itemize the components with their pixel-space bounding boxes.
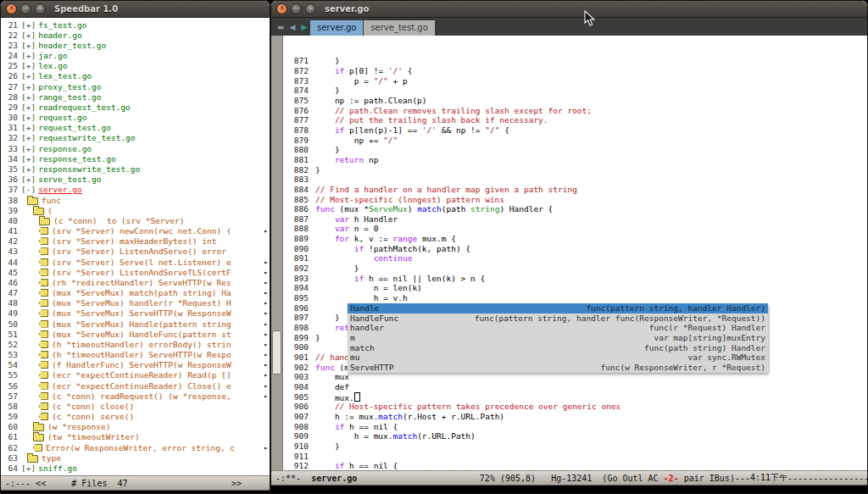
code-line[interactable]: 877 // put the trailing slash back if ne… — [283, 115, 867, 125]
minimize-button[interactable]: − — [291, 3, 302, 14]
expander-toggle[interactable]: [+] — [21, 61, 36, 70]
speedbar-file-row[interactable]: 34[+]response_test.go — [1, 153, 270, 164]
speedbar-tag-row[interactable]: 42(srv *Server) maxHeaderBytes() int — [1, 236, 270, 247]
code-line[interactable]: 876 // path.Clean removes trailing slash… — [283, 106, 867, 116]
code-area[interactable]: 871 }872 if p[0] != '/' {873 p = "/" + p… — [283, 36, 867, 470]
expander-toggle[interactable]: [+] — [21, 51, 36, 60]
tag-label[interactable]: (c *conn) serve() — [52, 412, 134, 421]
tag-group-label[interactable]: ( — [47, 206, 53, 215]
tag-label[interactable]: (ecr *expectContinueReader) Read(p [] — [52, 370, 231, 380]
minimize-button[interactable]: − — [20, 3, 31, 14]
code-line[interactable]: 873 p = "/" + p — [283, 76, 867, 86]
code-line[interactable]: 881 return np — [283, 155, 867, 165]
tag-group-label[interactable]: (c *conn) to (srv *Server) — [53, 216, 184, 225]
tag-label[interactable]: (mux *ServeMux) handler(r *Request) H — [52, 298, 231, 308]
speedbar-file-row[interactable]: 28[+]range_test.go — [1, 92, 270, 102]
autocomplete-item[interactable]: mvar map[string]muxEntry — [348, 333, 768, 343]
speedbar-tag-row[interactable]: 38func — [1, 195, 270, 205]
code-line[interactable]: 891 continue — [283, 253, 867, 264]
speedbar-tag-row[interactable]: 59(c *conn) serve() — [1, 412, 270, 422]
speedbar-file-row[interactable]: 33[+]response.go — [1, 143, 270, 153]
speedbar-tag-row[interactable]: 40(c *conn) to (srv *Server) — [1, 215, 270, 225]
code-line[interactable]: 878 if p[len(p)-1] == '/' && np != "/" { — [283, 125, 867, 136]
tag-label[interactable]: (srv *Server) Serve(l net.Listener) e — [52, 258, 231, 267]
code-line[interactable]: 894 n = len(k) — [283, 283, 867, 293]
file-name[interactable]: response.go — [38, 144, 92, 153]
code-line[interactable]: 892 } — [283, 264, 867, 274]
speedbar-tag-row[interactable]: 63type — [1, 452, 270, 463]
code-line[interactable]: 905 mux. — [283, 392, 867, 402]
expander-toggle[interactable]: [-] — [21, 185, 36, 194]
code-line[interactable]: 882} — [283, 165, 867, 175]
speedbar-file-row[interactable]: 24[+]jar.go — [1, 51, 270, 61]
tag-label[interactable]: (srv *Server) newConn(rwc net.Conn) ( — [52, 226, 231, 236]
close-button[interactable]: × — [6, 3, 17, 14]
code-line[interactable]: 872 if p[0] != '/' { — [283, 66, 867, 76]
code-line[interactable]: 888 var n = 0 — [283, 224, 867, 234]
tag-label[interactable]: (mux *ServeMux) match(path string) Ha — [52, 288, 231, 297]
file-name[interactable]: serve_test.go — [38, 175, 101, 184]
code-line[interactable]: 875 np := path.Clean(p) — [283, 96, 867, 106]
tag-label[interactable]: (mux *ServeMux) HandleFunc(pattern st — [52, 330, 231, 339]
code-line[interactable]: 903 mux — [283, 372, 867, 382]
file-name[interactable]: sniff.go — [38, 463, 77, 473]
tag-label[interactable]: (srv *Server) maxHeaderBytes() int — [52, 236, 216, 246]
file-name[interactable]: request.go — [38, 113, 86, 122]
file-name[interactable]: readrequest_test.go — [38, 103, 131, 112]
code-line[interactable]: 883 — [283, 175, 867, 185]
speedbar-tag-row[interactable]: 51(mux *ServeMux) HandleFunc(pattern st▸ — [1, 329, 270, 339]
tag-label[interactable]: (c *conn) close() — [52, 402, 134, 411]
speedbar-tag-row[interactable]: 39( — [1, 205, 270, 215]
code-line[interactable]: 880 } — [283, 145, 867, 155]
expander-toggle[interactable]: [+] — [21, 113, 36, 122]
tag-group-label[interactable]: (w *response) — [47, 422, 110, 431]
file-name[interactable]: fs_test.go — [38, 20, 86, 30]
file-name[interactable]: server.go — [38, 185, 81, 194]
tab-server-go[interactable]: server.go — [310, 20, 363, 36]
tag-label[interactable]: (ecr *expectContinueReader) Close() e — [52, 381, 231, 391]
file-name[interactable]: response_test.go — [38, 154, 116, 164]
speedbar-file-row[interactable]: 37[-]server.go — [1, 185, 270, 195]
autocomplete-item[interactable]: matchfunc(path string) Handler — [348, 343, 768, 353]
tag-group-label[interactable]: (tw *timeoutWriter) — [47, 432, 140, 441]
speedbar-tag-row[interactable]: 43(srv *Server) ListenAndServe() error — [1, 247, 270, 257]
speedbar-file-row[interactable]: 36[+]serve_test.go — [1, 175, 270, 185]
speedbar-file-row[interactable]: 30[+]request.go — [1, 113, 270, 123]
speedbar-tag-row[interactable]: 57(c *conn) readRequest() (w *response,▸ — [1, 391, 270, 401]
vertical-scrollbar[interactable] — [271, 36, 283, 470]
tag-label[interactable]: (h *timeoutHandler) ServeHTTP(w Respo — [52, 350, 231, 359]
speedbar-tag-row[interactable]: 44(srv *Server) Serve(l net.Listener) e▸ — [1, 257, 270, 267]
file-name[interactable]: range_test.go — [38, 92, 101, 102]
tag-group-label[interactable]: type — [42, 453, 61, 463]
scrollbar-thumb[interactable] — [272, 330, 281, 375]
expander-toggle[interactable]: [+] — [21, 164, 36, 174]
editor-titlebar[interactable]: ×−+ server.go — [271, 1, 867, 18]
code-line[interactable]: 886func (mux *ServeMux) match(path strin… — [283, 204, 867, 214]
speedbar-file-row[interactable]: 32[+]requestwrite_test.go — [1, 133, 270, 143]
speedbar-tag-row[interactable]: 54(f HandlerFunc) ServeHTTP(w ResponseW▸ — [1, 360, 270, 370]
code-line[interactable]: 893 if h == nil || len(k) > n { — [283, 274, 867, 284]
expander-toggle[interactable]: [+] — [21, 71, 36, 80]
editor-echo-area[interactable] — [271, 486, 867, 494]
tab-serve-test-go[interactable]: serve_test.go — [364, 20, 434, 36]
file-name[interactable]: requestwrite_test.go — [38, 133, 135, 142]
speedbar-file-row[interactable]: 29[+]readrequest_test.go — [1, 102, 270, 112]
file-name[interactable]: responsewrite_test.go — [38, 164, 140, 174]
file-name[interactable]: header_test.go — [38, 41, 106, 50]
autocomplete-item[interactable]: ServeHTTPfunc(w ResponseWriter, r *Reque… — [348, 363, 768, 373]
code-line[interactable]: 906 // Host-specific pattern takes prece… — [283, 402, 867, 412]
code-line[interactable]: 910 } — [283, 441, 867, 452]
speedbar-file-row[interactable]: 23[+]header_test.go — [1, 40, 270, 50]
close-button[interactable]: × — [276, 3, 287, 14]
speedbar-tag-row[interactable]: 46(rh *redirectHandler) ServeHTTP(w Res▸ — [1, 277, 270, 287]
file-name[interactable]: lex.go — [38, 61, 67, 70]
code-line[interactable]: 879 np += "/" — [283, 136, 867, 146]
tag-label[interactable]: (h *timeoutHandler) errorBody() strin — [52, 340, 231, 349]
dash-icon[interactable]: ▬ — [275, 23, 287, 31]
tag-label[interactable]: Error(w ResponseWriter, error string, c — [46, 443, 235, 452]
expander-toggle[interactable]: [+] — [21, 20, 36, 30]
speedbar-file-row[interactable]: 22[+]header.go — [1, 30, 270, 40]
speedbar-file-row[interactable]: 26[+]lex_test.go — [1, 71, 270, 81]
speedbar-file-row[interactable]: 31[+]request_test.go — [1, 123, 270, 133]
tag-label[interactable]: (c *conn) readRequest() (w *response, — [52, 391, 231, 401]
